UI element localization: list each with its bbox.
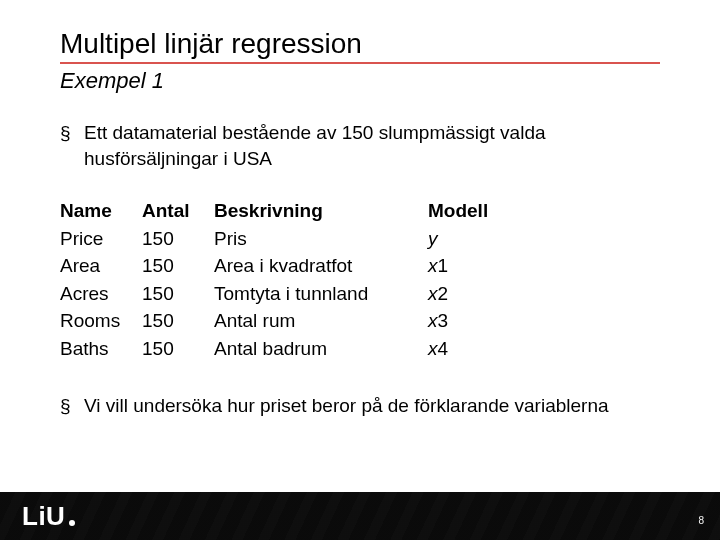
logo-text: LiU: [22, 501, 65, 532]
bullet-text: Ett datamaterial bestående av 150 slumpm…: [84, 120, 660, 171]
col-modell: Modell y x1 x2 x3 x4: [428, 197, 508, 362]
bullet-mark-icon: §: [60, 393, 84, 419]
page-number: 8: [698, 515, 704, 526]
header-beskrivning: Beskrivning: [214, 197, 414, 225]
model-var: x: [428, 310, 438, 331]
model-idx: 3: [438, 310, 449, 331]
cell-beskrivning: Antal rum: [214, 307, 414, 335]
col-antal: Antal 150 150 150 150 150: [142, 197, 200, 362]
page-subtitle: Exempel 1: [60, 68, 660, 94]
cell-name: Price: [60, 225, 128, 253]
cell-name: Baths: [60, 335, 128, 363]
cell-beskrivning: Pris: [214, 225, 414, 253]
cell-modell: x3: [428, 307, 508, 335]
cell-name: Area: [60, 252, 128, 280]
cell-name: Acres: [60, 280, 128, 308]
cell-modell: x4: [428, 335, 508, 363]
col-beskrivning: Beskrivning Pris Area i kvadratfot Tomty…: [214, 197, 414, 362]
cell-antal: 150: [142, 280, 200, 308]
cell-antal: 150: [142, 335, 200, 363]
header-modell: Modell: [428, 197, 508, 225]
col-name: Name Price Area Acres Rooms Baths: [60, 197, 128, 362]
cell-antal: 150: [142, 252, 200, 280]
model-idx: 4: [438, 338, 449, 359]
data-table: Name Price Area Acres Rooms Baths Antal …: [60, 197, 660, 362]
bullet-item: § Ett datamaterial bestående av 150 slum…: [60, 120, 660, 171]
header-antal: Antal: [142, 197, 200, 225]
cell-antal: 150: [142, 307, 200, 335]
footer-bar: LiU 8: [0, 492, 720, 540]
cell-modell: x1: [428, 252, 508, 280]
page-title: Multipel linjär regression: [60, 28, 660, 64]
model-var: x: [428, 283, 438, 304]
cell-antal: 150: [142, 225, 200, 253]
logo-dot-icon: [69, 520, 75, 526]
cell-beskrivning: Area i kvadratfot: [214, 252, 414, 280]
bullet-item: § Vi vill undersöka hur priset beror på …: [60, 393, 660, 419]
model-var: y: [428, 228, 438, 249]
cell-modell: y: [428, 225, 508, 253]
bullet-text: Vi vill undersöka hur priset beror på de…: [84, 393, 660, 419]
model-idx: 2: [438, 283, 449, 304]
cell-modell: x2: [428, 280, 508, 308]
model-var: x: [428, 255, 438, 276]
bullet-mark-icon: §: [60, 120, 84, 146]
slide: Multipel linjär regression Exempel 1 § E…: [0, 0, 720, 540]
liu-logo: LiU: [22, 501, 75, 532]
model-var: x: [428, 338, 438, 359]
footer-texture: [0, 492, 720, 540]
model-idx: 1: [438, 255, 449, 276]
cell-name: Rooms: [60, 307, 128, 335]
cell-beskrivning: Tomtyta i tunnland: [214, 280, 414, 308]
cell-beskrivning: Antal badrum: [214, 335, 414, 363]
content-area: Multipel linjär regression Exempel 1 § E…: [0, 0, 720, 418]
header-name: Name: [60, 197, 128, 225]
